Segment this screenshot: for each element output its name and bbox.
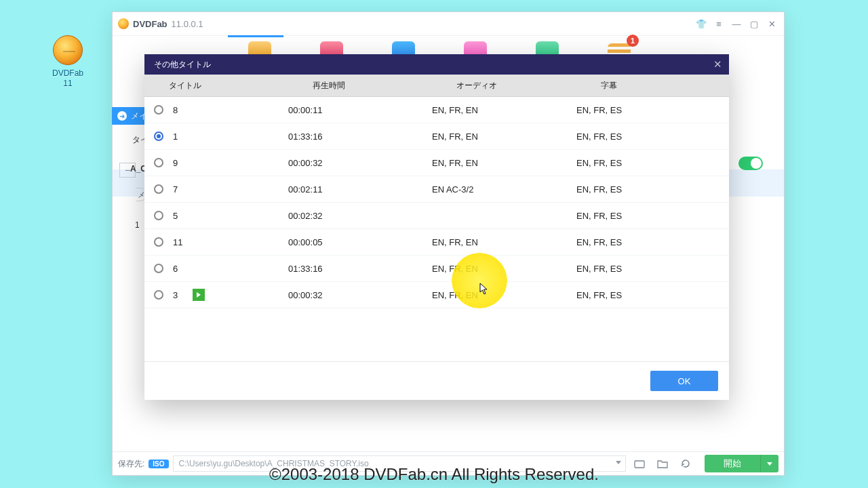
other-titles-dialog: その他タイトル ✕ タイトル 再生時間 オーディオ 字幕 800:00:11EN… — [144, 54, 729, 400]
title-subtitle: EN, FR, ES — [576, 105, 729, 115]
table-row[interactable]: 601:33:16EN, FR, ENEN, FR, ES — [144, 256, 729, 282]
table-row[interactable]: 800:00:11EN, FR, ENEN, FR, ES — [144, 97, 729, 123]
table-row[interactable]: 300:00:32EN, FR, ENEN, FR, ES — [144, 282, 729, 308]
save-location-label: 保存先: — [118, 458, 144, 470]
title-subtitle: EN, FR, ES — [576, 211, 729, 221]
skin-icon[interactable]: 👕 — [693, 16, 709, 32]
table-row[interactable]: 500:02:32EN, FR, ES — [144, 203, 729, 229]
title-radio[interactable] — [154, 184, 163, 194]
title-number-fragment: 1 — [135, 220, 140, 230]
title-radio[interactable] — [154, 290, 163, 300]
dialog-title: その他タイトル — [154, 59, 211, 70]
title-subtitle: EN, FR, ES — [576, 237, 729, 247]
table-row[interactable]: 1100:00:05EN, FR, ENEN, FR, ES — [144, 229, 729, 256]
dialog-footer: OK — [144, 361, 729, 400]
title-duration: 00:02:32 — [288, 211, 432, 221]
title-audio: EN, FR, EN — [432, 237, 576, 247]
dialog-close-icon[interactable]: ✕ — [713, 58, 722, 70]
save-path-text: C:\Users\yu.gu\Desktop\A_CHRISTMAS_STORY… — [179, 459, 369, 468]
window-maximize-icon[interactable]: ▢ — [746, 16, 762, 32]
title-subtitle: EN, FR, ES — [576, 290, 729, 300]
app-version: 11.0.0.1 — [172, 19, 203, 29]
title-radio[interactable] — [154, 131, 163, 141]
title-radio[interactable] — [154, 264, 163, 273]
status-iso-icon[interactable] — [630, 455, 649, 472]
active-tab-underline — [228, 35, 283, 37]
window-minimize-icon[interactable]: — — [728, 16, 745, 32]
ok-button-label: OK — [678, 376, 691, 386]
table-body: 800:00:11EN, FR, ENEN, FR, ES101:33:16EN… — [144, 97, 729, 361]
title-radio[interactable] — [154, 158, 163, 167]
playing-indicator-icon[interactable] — [193, 289, 205, 301]
title-number: 7 — [173, 184, 178, 195]
title-number: 9 — [173, 158, 178, 168]
title-audio: EN, FR, EN — [432, 131, 576, 142]
save-path-combobox[interactable]: C:\Users\yu.gu\Desktop\A_CHRISTMAS_STORY… — [173, 455, 626, 472]
header-audio: オーディオ — [456, 80, 601, 92]
title-audio: EN, FR, EN — [432, 290, 576, 300]
title-audio: EN, FR, EN — [432, 158, 576, 168]
title-duration: 01:33:16 — [288, 264, 432, 274]
table-row[interactable]: 700:02:11EN AC-3/2EN, FR, ES — [144, 176, 729, 203]
title-subtitle: EN, FR, ES — [576, 184, 729, 195]
header-title: タイトル — [144, 80, 313, 92]
window-close-icon[interactable]: ✕ — [764, 16, 780, 32]
title-number: 11 — [173, 237, 182, 247]
start-button-label: 開始 — [724, 458, 741, 470]
title-duration: 00:00:11 — [288, 105, 432, 115]
ok-button[interactable]: OK — [650, 371, 718, 391]
app-logo-icon — [118, 18, 129, 29]
title-number: 3 — [173, 290, 178, 300]
title-number: 1 — [173, 131, 178, 142]
header-duration: 再生時間 — [313, 80, 456, 92]
title-audio: EN, FR, EN — [432, 105, 576, 115]
title-subtitle: EN, FR, ES — [576, 131, 729, 142]
chevron-down-icon — [616, 461, 621, 464]
table-header: タイトル 再生時間 オーディオ 字幕 — [144, 75, 729, 97]
title-duration: 00:00:05 — [288, 237, 432, 247]
notification-badge: 1 — [627, 35, 639, 47]
title-number: 8 — [173, 105, 178, 115]
title-radio[interactable] — [154, 211, 163, 220]
title-number: 6 — [173, 264, 178, 274]
title-enable-toggle[interactable] — [738, 157, 763, 170]
title-number: 5 — [173, 211, 178, 221]
title-radio[interactable] — [154, 237, 163, 247]
title-subtitle: EN, FR, ES — [576, 264, 729, 274]
header-subtitle: 字幕 — [601, 80, 729, 92]
status-bar: 保存先: ISO C:\Users\yu.gu\Desktop\A_CHRIST… — [113, 451, 784, 475]
titlebar: DVDFab 11.0.0.1 👕 ≡ — ▢ ✕ — [113, 12, 784, 36]
chevron-down-icon — [767, 462, 772, 466]
title-duration: 00:00:32 — [288, 158, 432, 168]
app-name: DVDFab — [133, 19, 167, 29]
title-duration: 01:33:16 — [288, 131, 432, 142]
desktop-shortcut-label: DVDFab 11 — [52, 68, 83, 88]
table-row[interactable]: 101:33:16EN, FR, ENEN, FR, ES — [144, 123, 729, 150]
svg-rect-0 — [635, 461, 644, 468]
start-button[interactable]: 開始 — [705, 455, 760, 472]
dvdfab-logo-icon — [53, 35, 83, 65]
desktop-shortcut[interactable]: DVDFab 11 — [49, 35, 87, 88]
title-audio: EN, FR, EN — [432, 264, 576, 274]
output-format-badge[interactable]: ISO — [149, 460, 168, 468]
title-duration: 00:02:11 — [288, 184, 432, 195]
table-row[interactable]: 900:00:32EN, FR, ENEN, FR, ES — [144, 150, 729, 176]
refresh-icon[interactable] — [676, 455, 695, 472]
title-radio[interactable] — [154, 105, 163, 115]
open-folder-icon[interactable] — [653, 455, 672, 472]
title-subtitle: EN, FR, ES — [576, 158, 729, 168]
start-dropdown[interactable] — [760, 455, 778, 472]
menu-icon[interactable]: ≡ — [711, 16, 727, 32]
dialog-titlebar: その他タイトル ✕ — [144, 54, 729, 75]
title-audio: EN AC-3/2 — [432, 184, 576, 195]
title-duration: 00:00:32 — [288, 290, 432, 300]
